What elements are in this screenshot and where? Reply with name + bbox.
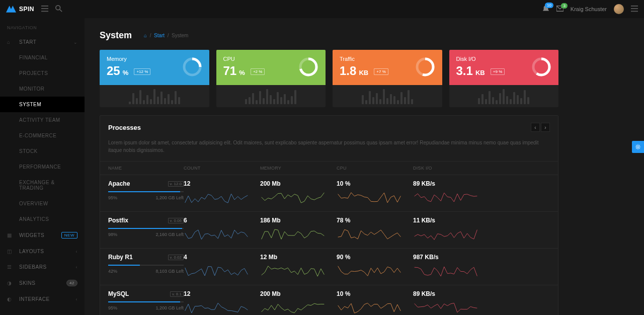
process-name: Postfix bbox=[108, 217, 128, 224]
sparkline bbox=[260, 190, 326, 205]
mail-badge: 3 bbox=[561, 3, 567, 9]
breadcrumb-home-icon[interactable]: ⌂ bbox=[144, 33, 147, 38]
count-pill: 42 bbox=[66, 280, 77, 286]
breadcrumb-start[interactable]: Start bbox=[154, 33, 165, 38]
sparkline bbox=[337, 227, 402, 242]
spark-bar bbox=[393, 96, 395, 104]
spark-bar bbox=[376, 93, 378, 104]
chevron-left-icon: ‹ bbox=[76, 249, 78, 254]
nav-start[interactable]: ⌂ START ⌄ bbox=[0, 34, 85, 50]
spark-bar bbox=[171, 100, 173, 104]
process-pct: 95% bbox=[108, 305, 117, 310]
sidebar-item-overview[interactable]: OVERVIEW bbox=[0, 196, 85, 211]
card-sparkline bbox=[100, 85, 209, 107]
logo[interactable]: SPIN bbox=[6, 6, 34, 13]
spark-bar bbox=[386, 98, 388, 104]
sidebar-item-e-commerce[interactable]: E-COMMERCE bbox=[0, 128, 85, 143]
nav-label: INTERFACE bbox=[19, 296, 50, 302]
sparkline bbox=[260, 264, 326, 279]
stat-card-disk-i-o[interactable]: Disk I/O 3.1 KB +9 % bbox=[449, 50, 559, 107]
cell-disk: 89 KB/s bbox=[413, 180, 490, 206]
topbar-right: 10 3 Kraig Schuster bbox=[542, 4, 638, 14]
panel-description: Lorem ipsum dolor sit amet, consectetur … bbox=[100, 139, 558, 161]
sidebar-item-activity-team[interactable]: ACTIVITY TEAM bbox=[0, 112, 85, 128]
spark-bar bbox=[160, 92, 163, 104]
sidebar-item-stock[interactable]: STOCK bbox=[0, 143, 85, 159]
spark-bar bbox=[411, 99, 413, 104]
nav-skins[interactable]: ◑ SKINS 42 bbox=[0, 275, 85, 291]
notif-badge: 10 bbox=[545, 3, 553, 8]
spark-bar bbox=[259, 91, 261, 104]
spark-bar bbox=[294, 90, 296, 104]
svg-point-0 bbox=[56, 6, 60, 10]
process-pct: 42% bbox=[108, 269, 117, 274]
nav-interface[interactable]: ◐ INTERFACE ‹ bbox=[0, 291, 85, 307]
chevron-left-icon: ‹ bbox=[76, 265, 78, 270]
spark-bar bbox=[266, 89, 268, 104]
process-version: v. 8.1 bbox=[170, 291, 184, 297]
process-pct: 98% bbox=[108, 232, 117, 237]
sidebar-item-financial[interactable]: FINANCIAL bbox=[0, 50, 85, 65]
spark-bar bbox=[139, 90, 141, 104]
col-memory: MEMORY bbox=[260, 166, 337, 171]
nav-sidebars[interactable]: ☰ SIDEBARS ‹ bbox=[0, 259, 85, 275]
next-button[interactable]: › bbox=[541, 123, 550, 132]
cell-memory: 200 Mb bbox=[260, 180, 337, 206]
sidebar-item-analytics[interactable]: ANALYTICS bbox=[0, 211, 85, 227]
stat-card-traffic[interactable]: Traffic 1.8 KB +7 % bbox=[333, 50, 442, 107]
progress-bar bbox=[108, 228, 184, 229]
stat-cards: Memory 25 % +12 % CPU 71 % +2 % Traffic … bbox=[100, 50, 558, 107]
spark-bar bbox=[157, 97, 159, 104]
sidebar: NAVIGATION ⌂ START ⌄ FINANCIALPROJECTSMO… bbox=[0, 18, 85, 315]
nav-widgets[interactable]: ▦ WIDGETS NEW bbox=[0, 227, 85, 244]
new-badge: NEW bbox=[61, 232, 77, 239]
mail-icon[interactable]: 3 bbox=[556, 6, 564, 13]
sidebar-item-projects[interactable]: PROJECTS bbox=[0, 65, 85, 81]
notifications-icon[interactable]: 10 bbox=[542, 5, 549, 13]
sparkline bbox=[413, 300, 478, 315]
sparkline bbox=[184, 264, 249, 279]
spark-bar bbox=[503, 89, 505, 104]
spark-bar bbox=[153, 89, 155, 104]
nav-layouts[interactable]: ◫ LAYOUTS ‹ bbox=[0, 244, 85, 259]
process-info: Ruby R1 v. 0.02 42% 8,103 GB Left bbox=[108, 254, 184, 274]
card-sparkline bbox=[216, 85, 326, 107]
search-icon[interactable] bbox=[55, 5, 62, 13]
chevron-left-icon: ‹ bbox=[76, 297, 78, 302]
sidebar-item-performance[interactable]: PERFORMANCE bbox=[0, 159, 85, 175]
logo-icon bbox=[6, 6, 16, 13]
card-unit: % bbox=[239, 69, 245, 76]
process-left: 1,200 GB Left bbox=[155, 305, 184, 310]
col-count: COUNT bbox=[184, 166, 260, 171]
spark-bar bbox=[280, 97, 282, 104]
card-value: 71 bbox=[223, 64, 237, 78]
stat-card-memory[interactable]: Memory 25 % +12 % bbox=[100, 50, 209, 107]
spark-bar bbox=[256, 100, 258, 104]
sidebar-item-monitor[interactable]: MONITOR bbox=[0, 81, 85, 97]
process-version: v. 0.06 bbox=[168, 218, 184, 223]
spark-bar bbox=[513, 92, 515, 104]
stat-card-cpu[interactable]: CPU 71 % +2 % bbox=[216, 50, 326, 107]
avatar[interactable] bbox=[614, 4, 624, 14]
spark-bar bbox=[164, 98, 166, 104]
cell-memory: 12 Mb bbox=[260, 254, 337, 280]
card-top: Memory 25 % +12 % bbox=[100, 50, 209, 85]
username[interactable]: Kraig Schuster bbox=[571, 6, 607, 12]
cell-disk: 89 KB/s bbox=[413, 290, 490, 315]
process-name: Apache bbox=[108, 180, 130, 187]
sidebar-item-system[interactable]: SYSTEM bbox=[0, 97, 85, 112]
paint-icon: ◑ bbox=[7, 280, 14, 286]
panel-nav: ‹ › bbox=[531, 123, 550, 132]
spark-bar bbox=[291, 96, 293, 104]
menu-toggle-icon[interactable] bbox=[41, 5, 48, 13]
right-menu-icon[interactable] bbox=[631, 5, 638, 13]
prev-button[interactable]: ‹ bbox=[531, 123, 540, 132]
sparkline bbox=[413, 264, 478, 279]
settings-tab[interactable] bbox=[632, 141, 644, 153]
spark-bar bbox=[249, 97, 251, 104]
table-row: Apache v. 12.0 95% 1,200 GB Left 12 200 … bbox=[100, 175, 558, 212]
sidebar-item-exchange-trading[interactable]: EXCHANGE & TRADING bbox=[0, 175, 85, 196]
spark-bar bbox=[524, 90, 526, 104]
card-change: +12 % bbox=[134, 68, 150, 75]
spark-bar bbox=[178, 97, 180, 104]
